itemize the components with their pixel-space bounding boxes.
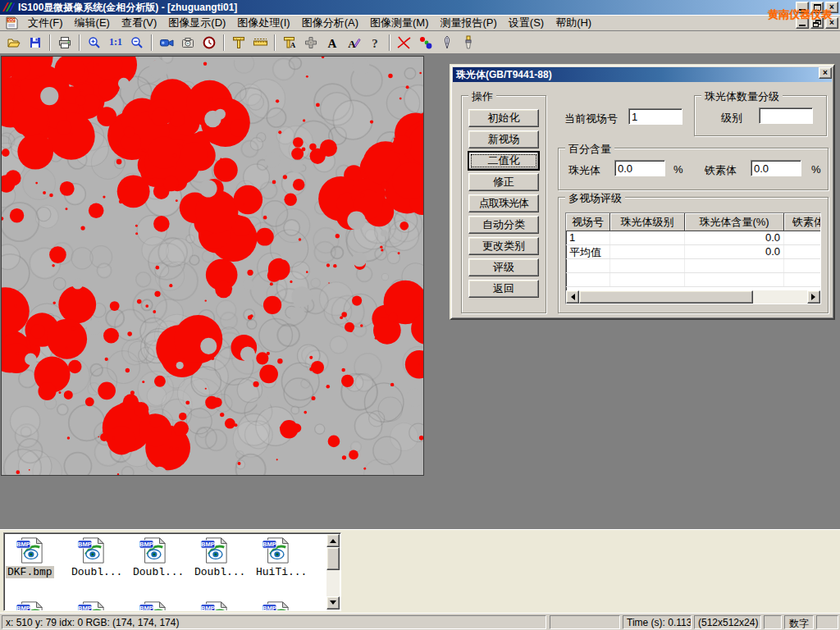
file-list-scrollbar[interactable] <box>326 534 340 609</box>
file-name[interactable]: Doubl... <box>131 566 185 578</box>
file-name-selected[interactable]: DKF.bmp <box>6 566 54 578</box>
dialog-close-button[interactable]: × <box>819 67 832 79</box>
file-name[interactable]: HuiTi... <box>254 566 308 578</box>
ruler-measure-button[interactable] <box>249 33 271 52</box>
video-capture-button[interactable] <box>156 33 177 52</box>
bmp-file-icon[interactable] <box>139 536 167 564</box>
zoom-out-icon <box>130 36 144 49</box>
menu-measure-report[interactable]: 测量报告(P) <box>434 14 502 32</box>
text-button[interactable]: A <box>322 33 343 52</box>
bmp-file-icon[interactable] <box>200 536 228 564</box>
multifield-group-label: 多视场评级 <box>565 191 625 206</box>
menu-image-process[interactable]: 图像处理(I) <box>231 14 295 32</box>
operation-group-label: 操作 <box>468 89 496 104</box>
file-name[interactable]: Doubl... <box>193 566 247 578</box>
pick-pearlite-button[interactable]: 点取珠光体 <box>468 194 539 212</box>
scroll-thumb[interactable] <box>326 547 340 570</box>
status-bar: x: 510 y: 79 idx: 0 RGB: (174, 174, 174)… <box>0 613 840 630</box>
brush-button[interactable] <box>458 33 479 52</box>
grading-group-label: 珠光体数量分级 <box>701 89 783 104</box>
toolbar-separator <box>223 34 225 51</box>
snapshot-button[interactable] <box>177 33 199 52</box>
scroll-left-button[interactable] <box>566 290 579 304</box>
table-row[interactable]: 平均值 0.0 <box>566 245 820 259</box>
correct-button[interactable]: 修正 <box>468 173 539 191</box>
grade-button[interactable]: 评级 <box>468 258 539 276</box>
zoom-in-button[interactable] <box>84 33 105 52</box>
print-button[interactable] <box>54 33 75 52</box>
menu-view[interactable]: 查看(V) <box>116 14 162 32</box>
change-class-button[interactable]: 更改类别 <box>468 237 539 255</box>
annotate-button[interactable]: A <box>343 33 364 52</box>
bmp-file-icon[interactable] <box>77 600 105 611</box>
grade-input[interactable] <box>759 107 813 124</box>
pen-button[interactable] <box>436 33 458 52</box>
document-system-icon[interactable]: DOC <box>5 16 19 30</box>
auto-classify-button[interactable]: 自动分类 <box>468 216 539 234</box>
menu-settings[interactable]: 设置(S) <box>503 14 550 32</box>
return-button[interactable]: 返回 <box>468 280 539 298</box>
col-pearlite-content[interactable]: 珠光体含量(%) <box>685 213 784 231</box>
cell-content: 0.0 <box>685 231 784 244</box>
scroll-right-button[interactable] <box>807 290 820 304</box>
timer-button[interactable] <box>199 33 220 52</box>
multifield-table[interactable]: 视场号 珠光体级别 珠光体含量(%) 铁素体 1 0.0 平均值 0.0 <box>565 212 821 304</box>
svg-text:A: A <box>290 41 295 49</box>
pearlite-input[interactable] <box>614 160 665 176</box>
current-field-input[interactable] <box>628 108 682 125</box>
file-list[interactable]: DKF.bmp Doubl... Doubl... Doubl... HuiTi… <box>3 532 341 611</box>
col-pearlite-grade[interactable]: 珠光体级别 <box>610 213 685 231</box>
new-field-button[interactable]: 新视场 <box>468 130 539 148</box>
ferrite-input[interactable] <box>751 160 801 176</box>
metallograph-image[interactable] <box>2 57 423 475</box>
bmp-file-icon[interactable] <box>16 600 43 611</box>
cursor-position-status: x: 510 y: 79 idx: 0 RGB: (174, 174, 174) <box>2 615 546 629</box>
save-button[interactable] <box>25 33 46 52</box>
toolbar-separator <box>79 34 80 51</box>
binarize-button[interactable]: 二值化 <box>468 152 539 170</box>
menu-image-display[interactable]: 图像显示(D) <box>162 14 231 32</box>
time-status: Time (s): 0.113 <box>623 615 692 629</box>
table-horizontal-scrollbar[interactable] <box>566 290 820 304</box>
window-title: IS100显微摄像系统(金相分析版) - [zhuguangti01] <box>18 1 237 15</box>
actual-size-button[interactable]: 1:1 <box>105 33 126 52</box>
menu-file[interactable]: 文件(F) <box>22 14 69 32</box>
table-row-empty <box>566 273 820 287</box>
toolbar-separator <box>151 34 153 51</box>
zoom-out-button[interactable] <box>126 33 148 52</box>
menu-edit[interactable]: 编辑(E) <box>69 14 116 32</box>
scroll-thumb[interactable] <box>579 290 753 304</box>
col-field-no[interactable]: 视场号 <box>566 213 610 231</box>
scroll-down-button[interactable] <box>326 596 340 609</box>
col-ferrite[interactable]: 铁素体 <box>784 213 821 231</box>
camera-icon <box>181 37 194 48</box>
svg-text:A: A <box>328 36 337 49</box>
red-curve-icon <box>396 35 413 50</box>
bmp-file-icon[interactable] <box>139 600 167 611</box>
help-button[interactable]: ? <box>364 33 386 52</box>
ferrite-label: 铁素体 <box>705 163 737 178</box>
operation-group: 操作 初始化 新视场 二值化 修正 点取珠光体 自动分类 更改类别 评级 返回 <box>461 95 546 313</box>
init-button[interactable]: 初始化 <box>468 109 539 127</box>
bmp-file-icon[interactable] <box>262 600 290 611</box>
pen-nib-icon <box>442 35 452 49</box>
table-header-row: 视场号 珠光体级别 珠光体含量(%) 铁素体 <box>566 213 820 231</box>
menu-image-measure[interactable]: 图像测量(M) <box>364 14 435 32</box>
table-row[interactable]: 1 0.0 <box>566 231 820 245</box>
open-button[interactable] <box>3 33 25 52</box>
curve-cut-button[interactable] <box>394 33 415 52</box>
menu-help[interactable]: 帮助(H) <box>550 14 597 32</box>
dialog-title-text: 珠光体(GB/T9441-88) <box>456 68 552 82</box>
color-classify-button[interactable] <box>415 33 436 52</box>
caliper-measure-button[interactable] <box>228 33 249 52</box>
merge-grid-button[interactable] <box>300 33 322 52</box>
bmp-file-icon[interactable] <box>200 600 228 611</box>
bmp-file-icon[interactable] <box>262 536 290 564</box>
menu-image-analysis[interactable]: 图像分析(A) <box>296 14 364 32</box>
toolbar-separator <box>389 34 390 51</box>
scroll-up-button[interactable] <box>326 534 340 547</box>
bmp-file-icon[interactable] <box>77 536 105 564</box>
measure-text-button[interactable]: A <box>279 33 300 52</box>
file-name[interactable]: Doubl... <box>70 566 124 578</box>
bmp-file-icon[interactable] <box>16 536 43 564</box>
